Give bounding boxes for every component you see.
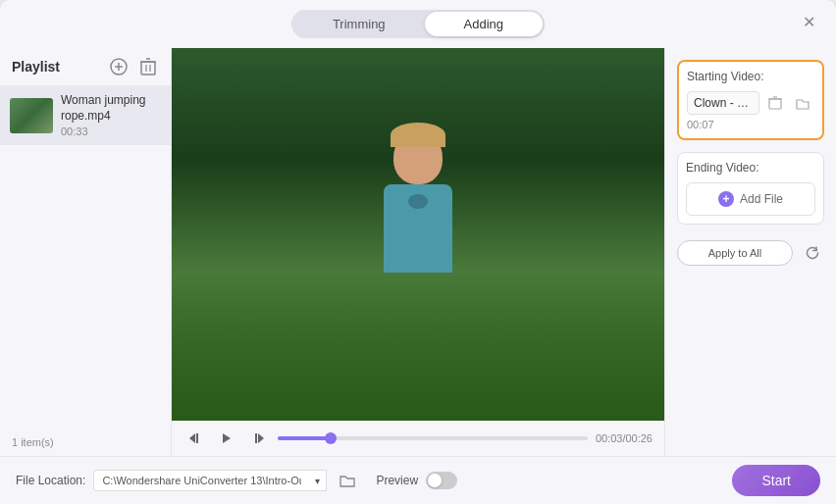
- playlist-info: Woman jumping rope.mp4 00:33: [61, 93, 161, 137]
- file-path-input[interactable]: [93, 470, 309, 491]
- sidebar-header: Playlist: [0, 48, 171, 85]
- close-button[interactable]: ✕: [797, 10, 820, 33]
- right-panel: Starting Video: Clown - 27683.mp4 00:07 …: [664, 48, 836, 456]
- preview-label: Preview: [376, 474, 418, 487]
- playlist-thumbnail: [10, 98, 53, 133]
- video-area: 00:03/00:26: [172, 48, 664, 456]
- rewind-button[interactable]: [183, 427, 207, 450]
- video-player: [172, 48, 664, 421]
- main-window: Trimming Adding ✕ Playlist: [0, 0, 836, 504]
- sidebar-actions: [108, 56, 159, 77]
- play-button[interactable]: [215, 427, 238, 450]
- preview-toggle[interactable]: [426, 472, 457, 489]
- bottom-bar: File Location: ▾ Preview Start: [0, 456, 836, 504]
- starting-video-folder-icon[interactable]: [791, 91, 814, 115]
- ending-video-label: Ending Video:: [686, 161, 815, 175]
- video-background: [172, 48, 664, 421]
- tab-group: Trimming Adding: [291, 10, 545, 38]
- svg-marker-11: [258, 433, 264, 443]
- starting-video-filename: Clown - 27683.mp4: [687, 91, 759, 115]
- playlist-item-name: Woman jumping rope.mp4: [61, 93, 161, 124]
- playlist-item[interactable]: Woman jumping rope.mp4 00:33: [0, 85, 171, 145]
- forward-button[interactable]: [246, 427, 270, 450]
- title-bar: Trimming Adding ✕: [0, 0, 836, 48]
- svg-rect-9: [196, 433, 198, 443]
- video-content: [359, 130, 477, 346]
- person-hair: [391, 123, 445, 147]
- main-content: Playlist: [0, 48, 836, 456]
- refresh-icon[interactable]: [801, 241, 824, 265]
- person-head: [393, 130, 443, 184]
- thumbnail-image: [10, 98, 53, 133]
- delete-playlist-icon[interactable]: [137, 56, 159, 77]
- toggle-knob: [428, 474, 442, 487]
- sidebar-footer: 1 item(s): [0, 428, 171, 456]
- svg-marker-8: [189, 433, 195, 443]
- start-button[interactable]: Start: [732, 465, 820, 496]
- progress-bar[interactable]: [278, 436, 588, 440]
- file-path-wrapper: ▾: [93, 470, 327, 491]
- ending-video-card: Ending Video: + Add File: [677, 152, 824, 225]
- sidebar-title: Playlist: [12, 59, 60, 75]
- starting-video-card: Starting Video: Clown - 27683.mp4 00:07: [677, 60, 824, 140]
- starting-video-duration: 00:07: [687, 119, 814, 130]
- item-count: 1 item(s): [12, 436, 54, 448]
- file-location-label: File Location:: [16, 474, 85, 487]
- browse-folder-button[interactable]: [335, 468, 360, 493]
- progress-thumb: [325, 432, 337, 444]
- svg-rect-12: [255, 433, 257, 443]
- sidebar: Playlist: [0, 48, 172, 456]
- tab-trimming[interactable]: Trimming: [293, 12, 425, 36]
- svg-marker-10: [223, 433, 231, 443]
- add-file-icon: +: [718, 191, 734, 207]
- path-dropdown-icon[interactable]: ▾: [309, 470, 327, 491]
- video-controls: 00:03/00:26: [172, 421, 664, 456]
- tab-adding[interactable]: Adding: [425, 12, 543, 36]
- add-playlist-icon[interactable]: [108, 56, 130, 77]
- starting-video-delete-icon[interactable]: [763, 91, 787, 115]
- time-display: 00:03/00:26: [596, 432, 653, 444]
- add-file-button[interactable]: + Add File: [686, 182, 815, 216]
- svg-rect-13: [769, 99, 781, 109]
- starting-video-label: Starting Video:: [687, 70, 814, 83]
- add-file-label: Add File: [740, 192, 783, 206]
- svg-rect-3: [141, 62, 155, 75]
- playlist-item-duration: 00:33: [61, 126, 161, 137]
- person-body: [384, 184, 452, 273]
- apply-row: Apply to All: [677, 240, 824, 266]
- starting-video-row: Clown - 27683.mp4: [687, 91, 814, 115]
- apply-to-all-button[interactable]: Apply to All: [677, 240, 793, 266]
